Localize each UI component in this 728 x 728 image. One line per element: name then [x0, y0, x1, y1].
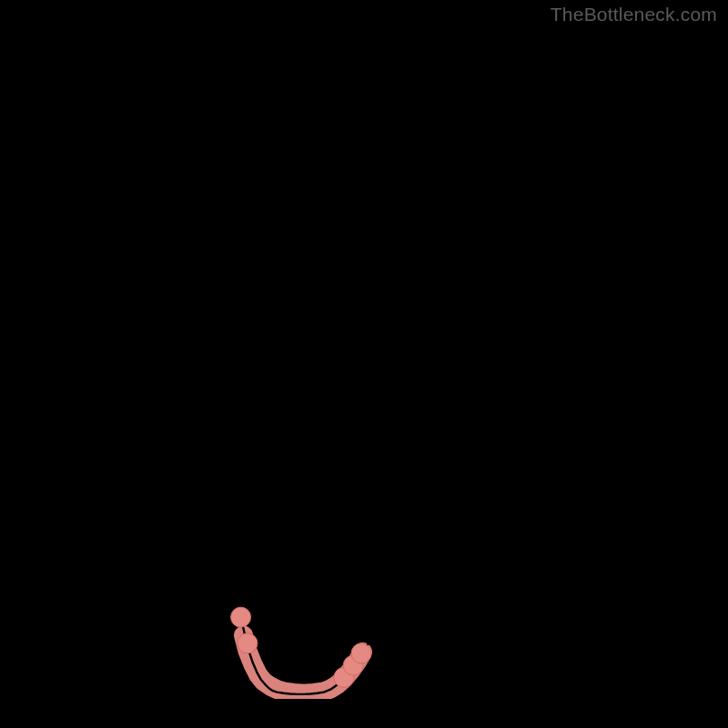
left-marker-upper	[231, 607, 251, 627]
right-marker-upper	[351, 643, 371, 663]
plot-area	[29, 29, 699, 699]
watermark-text: TheBottleneck.com	[551, 4, 717, 25]
left-marker-lower	[238, 633, 258, 653]
chart-frame: TheBottleneck.com	[0, 0, 728, 728]
bottleneck-curve	[83, 29, 699, 694]
chart-svg	[29, 29, 699, 699]
